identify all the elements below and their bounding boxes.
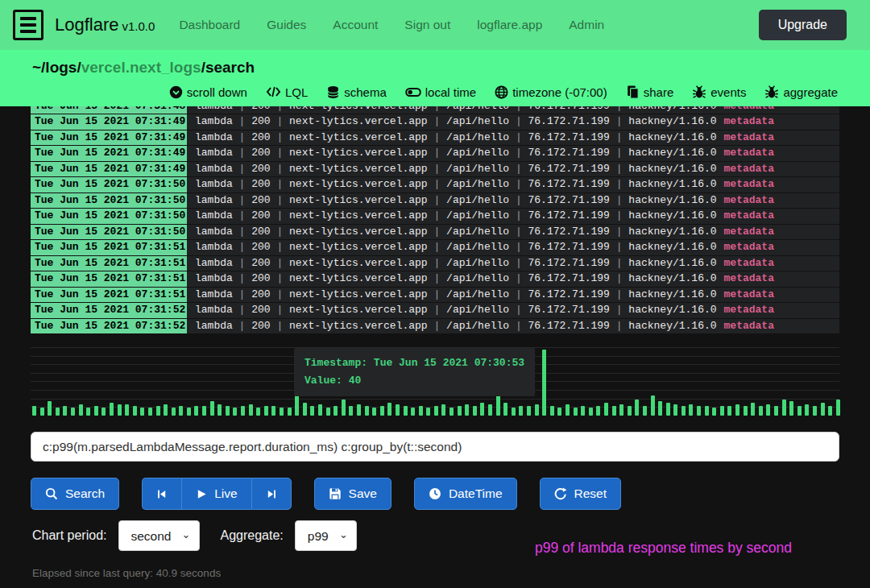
metadata-link[interactable]: metadata bbox=[724, 209, 774, 222]
chart-bar[interactable] bbox=[372, 408, 376, 416]
aggregate-select[interactable]: p99 bbox=[295, 520, 357, 551]
nav-sign-out[interactable]: Sign out bbox=[404, 18, 450, 32]
nav-dashboard[interactable]: Dashboard bbox=[179, 18, 240, 32]
chart-bar[interactable] bbox=[488, 404, 492, 416]
chart-bar[interactable] bbox=[589, 408, 593, 416]
metadata-link[interactable]: metadata bbox=[724, 288, 774, 300]
chart-bar[interactable] bbox=[705, 406, 709, 416]
nav-account[interactable]: Account bbox=[333, 18, 378, 32]
chart-bar[interactable] bbox=[604, 403, 608, 416]
chart-bar[interactable] bbox=[40, 408, 44, 416]
chart-bar[interactable] bbox=[535, 404, 539, 416]
upgrade-button[interactable]: Upgrade bbox=[759, 10, 847, 40]
metadata-link[interactable]: metadata bbox=[724, 131, 774, 143]
chart-bar[interactable] bbox=[334, 406, 338, 416]
chart-bar[interactable] bbox=[682, 406, 686, 416]
events-button[interactable]: events bbox=[692, 85, 746, 99]
chart-bar[interactable] bbox=[512, 408, 516, 416]
chart-bar[interactable] bbox=[264, 406, 268, 416]
chart-bar[interactable] bbox=[782, 400, 786, 416]
chart-bar[interactable] bbox=[774, 406, 778, 416]
chart-bar[interactable] bbox=[527, 406, 531, 416]
chart-bar[interactable] bbox=[310, 406, 314, 416]
metadata-link[interactable]: metadata bbox=[724, 115, 774, 127]
chart-bar[interactable] bbox=[396, 404, 400, 416]
chart-bar[interactable] bbox=[712, 408, 716, 416]
live-button[interactable]: Live bbox=[181, 478, 251, 510]
chart-bar[interactable] bbox=[673, 404, 677, 416]
chart-bar[interactable] bbox=[441, 404, 445, 416]
chart-bar[interactable] bbox=[233, 408, 237, 416]
chart-bar[interactable] bbox=[365, 406, 369, 416]
chart-bar[interactable] bbox=[271, 406, 276, 416]
chart-bar[interactable] bbox=[813, 406, 817, 416]
chart-bar[interactable] bbox=[156, 406, 160, 416]
chart-bar[interactable] bbox=[612, 406, 616, 416]
chart-bar[interactable] bbox=[226, 406, 230, 416]
chart-bar[interactable] bbox=[411, 408, 415, 416]
chart-period-select[interactable]: second bbox=[118, 520, 200, 551]
chart-bar[interactable] bbox=[465, 404, 469, 416]
nav-logflare-app[interactable]: logflare.app bbox=[477, 18, 542, 32]
chart-bar[interactable] bbox=[218, 404, 222, 416]
chart-bar[interactable] bbox=[789, 401, 793, 416]
chart-bar[interactable] bbox=[249, 404, 253, 416]
chart-bar[interactable] bbox=[32, 406, 36, 416]
chart-bar[interactable] bbox=[751, 403, 755, 416]
chart-bar[interactable] bbox=[836, 400, 840, 416]
chart-bar[interactable] bbox=[666, 403, 670, 416]
aggregate-button[interactable]: aggregate bbox=[764, 85, 838, 99]
breadcrumb-prefix[interactable]: ~/logs/ bbox=[32, 59, 81, 76]
chart-bar[interactable] bbox=[187, 408, 191, 416]
chart-bar[interactable] bbox=[458, 406, 462, 416]
chart-bar[interactable] bbox=[71, 408, 75, 416]
chart-bar[interactable] bbox=[102, 408, 106, 416]
skip-back-button[interactable] bbox=[142, 478, 181, 510]
nav-guides[interactable]: Guides bbox=[267, 18, 306, 32]
timeseries-chart[interactable]: Timestamp: Tue Jun 15 2021 07:30:53 Valu… bbox=[31, 347, 839, 421]
nav-admin[interactable]: Admin bbox=[569, 18, 604, 32]
chart-bar[interactable] bbox=[380, 406, 384, 416]
chart-bar[interactable] bbox=[805, 404, 809, 416]
logflare-logo-icon[interactable] bbox=[13, 10, 44, 40]
breadcrumb-source[interactable]: vercel.next_logs bbox=[81, 59, 201, 76]
chart-bar[interactable] bbox=[557, 408, 561, 416]
chart-bar[interactable] bbox=[619, 404, 624, 416]
chart-bar[interactable] bbox=[256, 408, 260, 416]
chart-bar[interactable] bbox=[434, 406, 438, 416]
metadata-link[interactable]: metadata bbox=[724, 147, 774, 159]
chart-bar[interactable] bbox=[357, 404, 361, 416]
chart-bar[interactable] bbox=[318, 404, 322, 416]
search-query-input[interactable] bbox=[31, 432, 839, 462]
chart-bar[interactable] bbox=[697, 406, 701, 416]
chart-bar[interactable] bbox=[349, 406, 353, 416]
chart-bar[interactable] bbox=[288, 408, 292, 416]
save-button[interactable]: Save bbox=[314, 478, 392, 510]
share-button[interactable]: share bbox=[626, 85, 674, 99]
chart-bar[interactable] bbox=[798, 406, 802, 416]
chart-bar[interactable] bbox=[759, 406, 763, 416]
metadata-link[interactable]: metadata bbox=[724, 257, 774, 269]
chart-bar[interactable] bbox=[303, 403, 307, 416]
chart-bar[interactable] bbox=[635, 400, 639, 416]
chart-bar[interactable] bbox=[689, 404, 693, 416]
local-time-toggle[interactable]: local time bbox=[405, 85, 476, 99]
chart-bar[interactable] bbox=[133, 406, 137, 416]
chart-bar[interactable] bbox=[194, 406, 198, 416]
chart-bar[interactable] bbox=[140, 408, 144, 416]
chart-bar[interactable] bbox=[651, 395, 655, 416]
chart-bar[interactable] bbox=[241, 406, 245, 416]
chart-bar[interactable] bbox=[581, 406, 585, 416]
chart-bar[interactable] bbox=[450, 408, 454, 416]
reset-button[interactable]: Reset bbox=[540, 478, 622, 510]
chart-bar[interactable] bbox=[48, 401, 52, 416]
chart-bar[interactable] bbox=[125, 404, 129, 416]
chart-bar[interactable] bbox=[628, 406, 632, 416]
chart-bar[interactable] bbox=[596, 406, 600, 416]
datetime-button[interactable]: DateTime bbox=[414, 478, 517, 510]
metadata-link[interactable]: metadata bbox=[724, 304, 774, 316]
chart-bar[interactable] bbox=[735, 404, 740, 416]
chart-bar[interactable] bbox=[326, 408, 330, 416]
chart-bar[interactable] bbox=[94, 406, 98, 416]
metadata-link[interactable]: metadata bbox=[724, 272, 774, 284]
